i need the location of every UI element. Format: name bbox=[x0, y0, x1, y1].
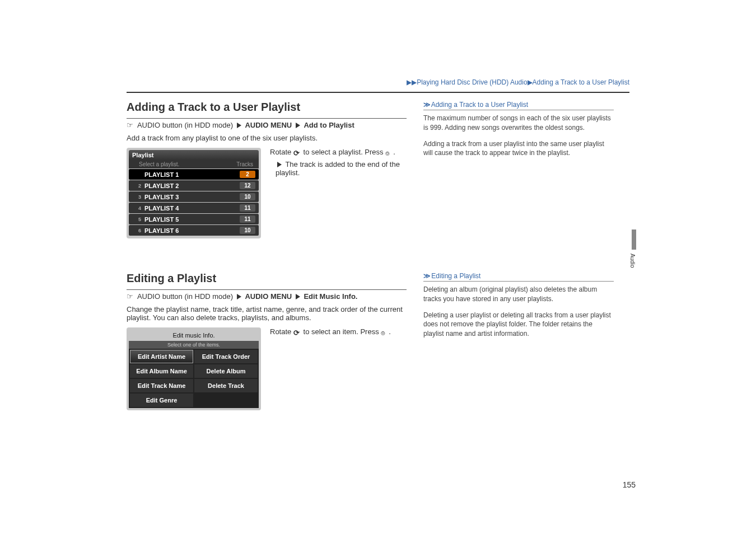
row-count: 2 bbox=[240, 171, 255, 178]
instr-text: . bbox=[389, 327, 391, 336]
playlist-row: 6PLAYLIST 610 bbox=[129, 225, 259, 236]
sidebar-heading-edit-playlist: ≫ Editing a Playlist bbox=[423, 272, 614, 282]
row-name: PLAYLIST 5 bbox=[144, 216, 240, 223]
angles-icon: ≫ bbox=[423, 272, 430, 280]
playlist-row: 5PLAYLIST 511 bbox=[129, 214, 259, 224]
intro-text: Add a track from any playlist to one of … bbox=[127, 134, 407, 142]
chapter-tab: Audio bbox=[629, 229, 638, 270]
nav-path-add-track: AUDIO button (in HDD mode) AUDIO MENU Ad… bbox=[127, 118, 407, 129]
rotate-icon bbox=[293, 329, 301, 336]
row-name: PLAYLIST 1 bbox=[144, 171, 240, 178]
playlist-screenshot: Playlist Select a playlist. Tracks PLAYL… bbox=[127, 148, 261, 238]
result-text: The track is added to the end of the pla… bbox=[276, 160, 400, 177]
row-index: 3 bbox=[132, 194, 144, 200]
divider bbox=[127, 92, 629, 93]
instruction-rotate: Rotate to select a playlist. Press . bbox=[270, 148, 407, 157]
instr-text: Rotate bbox=[270, 148, 293, 156]
tab-bar bbox=[632, 229, 636, 250]
arrow-icon bbox=[296, 294, 300, 299]
edit-option: Edit Track Name bbox=[130, 379, 193, 392]
row-index: 6 bbox=[132, 228, 144, 233]
finger-icon bbox=[127, 121, 136, 129]
sidebar-heading-add-track: ≫ Adding a Track to a User Playlist bbox=[423, 101, 614, 110]
breadcrumb: ▶▶Playing Hard Disc Drive (HDD) Audio▶Ad… bbox=[127, 78, 629, 88]
row-name: PLAYLIST 3 bbox=[144, 194, 240, 200]
row-index: 2 bbox=[132, 183, 144, 189]
angles-icon: ≫ bbox=[423, 101, 430, 109]
row-name: PLAYLIST 4 bbox=[144, 205, 240, 212]
ss-sub: Select a playlist. bbox=[139, 161, 179, 167]
instruction-rotate-edit: Rotate to select an item. Press . bbox=[270, 327, 407, 410]
playlist-row: 4PLAYLIST 411 bbox=[129, 203, 259, 213]
sidebar-text: Deleting a user playlist or deleting all… bbox=[423, 311, 614, 339]
nav-audio-menu: AUDIO MENU bbox=[245, 292, 292, 301]
row-name: PLAYLIST 2 bbox=[144, 182, 240, 189]
edit-option: Delete Track bbox=[194, 379, 258, 392]
press-icon bbox=[381, 329, 389, 336]
row-count: 12 bbox=[240, 182, 255, 189]
edit-option: Delete Album bbox=[194, 364, 258, 378]
finger-icon bbox=[127, 292, 136, 301]
nav-path-edit-playlist: AUDIO button (in HDD mode) AUDIO MENU Ed… bbox=[127, 289, 407, 301]
breadcrumb-part-1: ▶▶Playing Hard Disc Drive (HDD) Audio bbox=[407, 78, 527, 86]
row-count: 10 bbox=[240, 193, 255, 200]
nav-prefix: AUDIO button (in HDD mode) bbox=[137, 121, 233, 129]
edit-option: Edit Album Name bbox=[130, 364, 193, 378]
row-count: 11 bbox=[240, 204, 255, 212]
sidebar-text: Adding a track from a user playlist into… bbox=[423, 139, 614, 158]
nav-edit-music-info: Edit Music Info. bbox=[304, 292, 357, 301]
arrow-icon bbox=[237, 294, 241, 299]
instr-text: to select an item. Press bbox=[301, 327, 381, 336]
nav-prefix: AUDIO button (in HDD mode) bbox=[137, 292, 233, 301]
instr-text: Rotate bbox=[270, 327, 293, 336]
playlist-row: 3PLAYLIST 310 bbox=[129, 191, 259, 202]
tab-label: Audio bbox=[629, 251, 636, 270]
row-name: PLAYLIST 6 bbox=[144, 227, 240, 234]
arrow-icon bbox=[296, 123, 300, 128]
rotate-icon bbox=[293, 149, 301, 157]
intro-text-edit: Change the playlist name, track title, a… bbox=[127, 305, 407, 322]
edit-music-screenshot: Edit music Info. Select one of the items… bbox=[127, 327, 261, 410]
nav-audio-menu: AUDIO MENU bbox=[245, 121, 292, 129]
row-index: 4 bbox=[132, 205, 144, 211]
ss-tracks-header: Tracks bbox=[236, 161, 253, 167]
instr-text: . bbox=[393, 148, 395, 156]
press-icon bbox=[385, 149, 393, 157]
edit-option: Edit Artist Name bbox=[130, 350, 193, 363]
sidebar-heading-text: Editing a Playlist bbox=[431, 272, 480, 280]
sidebar-text: The maximum number of songs in each of t… bbox=[423, 114, 614, 133]
arrow-icon bbox=[237, 123, 241, 128]
ss2-sub: Select one of the items. bbox=[129, 341, 259, 349]
row-count: 11 bbox=[240, 216, 255, 223]
instruction-result: The track is added to the end of the pla… bbox=[270, 160, 407, 177]
edit-option: Edit Genre bbox=[130, 394, 193, 407]
breadcrumb-part-2: ▶Adding a Track to a User Playlist bbox=[528, 78, 629, 86]
section-title-edit-playlist: Editing a Playlist bbox=[127, 272, 407, 285]
instr-text: to select a playlist. Press bbox=[301, 148, 385, 156]
nav-add-to-playlist: Add to Playlist bbox=[304, 121, 354, 129]
ss2-title: Edit music Info. bbox=[129, 330, 259, 341]
playlist-row: PLAYLIST 12 bbox=[129, 169, 259, 180]
section-title-add-track: Adding a Track to a User Playlist bbox=[127, 101, 407, 114]
playlist-row: 2PLAYLIST 212 bbox=[129, 180, 259, 191]
row-index: 5 bbox=[132, 217, 144, 222]
sidebar-heading-text: Adding a Track to a User Playlist bbox=[431, 101, 528, 109]
arrow-icon bbox=[277, 162, 282, 167]
edit-option: Edit Track Order bbox=[194, 350, 258, 363]
ss-title: Playlist bbox=[129, 150, 259, 160]
page-number: 155 bbox=[623, 480, 636, 489]
row-count: 10 bbox=[240, 227, 255, 234]
ss-table-header: Select a playlist. Tracks bbox=[129, 160, 259, 168]
sidebar-text: Deleting an album (original playlist) al… bbox=[423, 285, 614, 304]
